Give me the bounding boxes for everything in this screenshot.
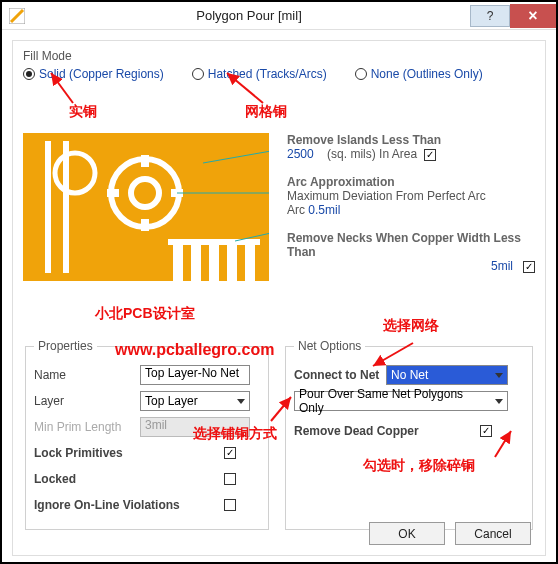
radio-none-dot <box>355 68 367 80</box>
svg-rect-7 <box>141 155 149 167</box>
islands-checkbox[interactable] <box>424 149 436 161</box>
minprim-input: 3mil <box>140 417 250 437</box>
anno-wm1: 小北PCB设计室 <box>95 305 195 323</box>
layer-label: Layer <box>34 394 140 408</box>
svg-rect-16 <box>168 239 260 245</box>
properties-legend: Properties <box>34 339 97 353</box>
necks-value[interactable]: 5mil <box>491 259 513 273</box>
close-button[interactable]: × <box>510 4 556 28</box>
removedead-label: Remove Dead Copper <box>294 424 480 438</box>
radio-solid[interactable]: Solid (Copper Regions) <box>23 67 164 81</box>
svg-rect-8 <box>141 219 149 231</box>
svg-rect-2 <box>45 141 51 273</box>
lockprim-checkbox[interactable] <box>224 447 236 459</box>
app-icon <box>6 5 28 27</box>
radio-none-label: None (Outlines Only) <box>371 67 483 81</box>
anno-selectnet: 选择网络 <box>383 317 439 335</box>
necks-title: Remove Necks When Copper Width Less Than <box>287 231 535 259</box>
radio-hatched-label: Hatched (Tracks/Arcs) <box>208 67 327 81</box>
svg-rect-11 <box>173 245 183 281</box>
polygon-preview <box>23 133 269 281</box>
islands-unit: (sq. mils) In Area <box>327 147 417 161</box>
locked-label: Locked <box>34 472 224 486</box>
anno-solid: 实铜 <box>69 103 97 121</box>
lockprim-label: Lock Primitives <box>34 446 224 460</box>
islands-title: Remove Islands Less Than <box>287 133 535 147</box>
svg-rect-3 <box>63 141 69 273</box>
fillmode-label: Fill Mode <box>23 49 535 63</box>
svg-rect-12 <box>191 245 201 281</box>
arc-value[interactable]: 0.5mil <box>308 203 340 217</box>
ok-button[interactable]: OK <box>369 522 445 545</box>
ignore-label: Ignore On-Line Violations <box>34 498 224 512</box>
svg-rect-13 <box>209 245 219 281</box>
fillmode-radio-row: Solid (Copper Regions) Hatched (Tracks/A… <box>23 67 535 81</box>
removedead-checkbox[interactable] <box>480 425 492 437</box>
radio-hatched-dot <box>192 68 204 80</box>
window-title: Polygon Pour [mil] <box>28 8 470 23</box>
properties-group: Properties Name Top Layer-No Net Layer T… <box>25 339 269 530</box>
necks-checkbox[interactable] <box>523 261 535 273</box>
svg-rect-9 <box>107 189 119 197</box>
name-input[interactable]: Top Layer-No Net <box>140 365 250 385</box>
options-right: Remove Islands Less Than 2500 (sq. mils)… <box>287 133 535 287</box>
arc-sub: Maximum Deviation From Perfect Arc <box>287 189 535 203</box>
netoptions-group: Net Options Connect to Net No Net Pour O… <box>285 339 533 530</box>
help-button[interactable]: ? <box>470 5 510 27</box>
svg-rect-14 <box>227 245 237 281</box>
netoptions-legend: Net Options <box>294 339 365 353</box>
arc-title: Arc Approximation <box>287 175 535 189</box>
pour-select[interactable]: Pour Over Same Net Polygons Only <box>294 391 508 411</box>
layer-select[interactable]: Top Layer <box>140 391 250 411</box>
connect-select[interactable]: No Net <box>386 365 508 385</box>
title-bar: Polygon Pour [mil] ? × <box>2 2 556 30</box>
radio-solid-label: Solid (Copper Regions) <box>39 67 164 81</box>
radio-hatched[interactable]: Hatched (Tracks/Arcs) <box>192 67 327 81</box>
islands-value[interactable]: 2500 <box>287 147 314 161</box>
radio-solid-dot <box>23 68 35 80</box>
ignore-checkbox[interactable] <box>224 499 236 511</box>
cancel-button[interactable]: Cancel <box>455 522 531 545</box>
anno-hatched: 网格铜 <box>245 103 287 121</box>
minprim-label: Min Prim Length <box>34 420 140 434</box>
dialog-body: Fill Mode Solid (Copper Regions) Hatched… <box>12 40 546 556</box>
locked-checkbox[interactable] <box>224 473 236 485</box>
radio-none[interactable]: None (Outlines Only) <box>355 67 483 81</box>
svg-rect-15 <box>245 245 255 281</box>
name-label: Name <box>34 368 140 382</box>
connect-label: Connect to Net <box>294 368 386 382</box>
